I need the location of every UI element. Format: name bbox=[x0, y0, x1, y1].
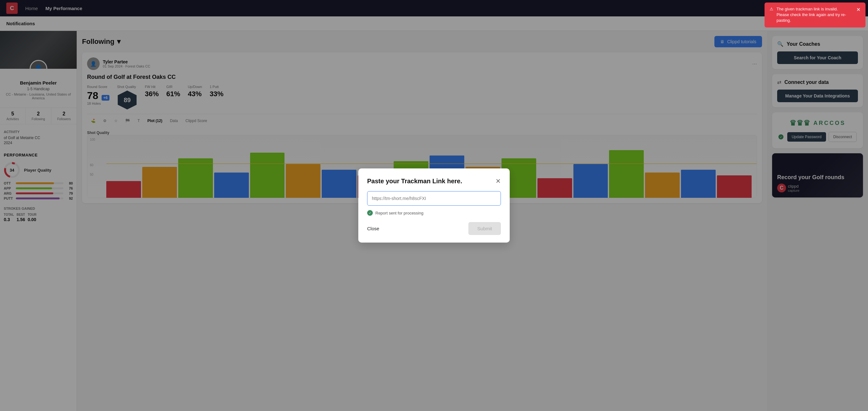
toast-warning-icon: ⚠ bbox=[770, 6, 773, 12]
success-checkmark-icon: ✓ bbox=[367, 210, 373, 216]
modal-success-message: ✓ Report sent for processing bbox=[367, 210, 501, 216]
success-text: Report sent for processing bbox=[375, 211, 423, 215]
modal-overlay: Paste your Trackman Link here. ✕ ✓ Repor… bbox=[0, 0, 868, 411]
trackman-modal: Paste your Trackman Link here. ✕ ✓ Repor… bbox=[358, 168, 510, 243]
trackman-link-input[interactable] bbox=[367, 191, 501, 205]
modal-footer: Close Submit bbox=[367, 222, 501, 235]
modal-close-btn[interactable]: Close bbox=[367, 226, 379, 231]
modal-title: Paste your Trackman Link here. bbox=[367, 178, 462, 185]
toast-message: The given trackman link is invalid. Plea… bbox=[777, 6, 851, 24]
toast-close-btn[interactable]: ✕ bbox=[856, 6, 861, 13]
modal-submit-btn[interactable]: Submit bbox=[468, 222, 501, 235]
modal-header: Paste your Trackman Link here. ✕ bbox=[367, 177, 501, 185]
modal-close-x-btn[interactable]: ✕ bbox=[496, 177, 501, 185]
error-toast: ⚠ The given trackman link is invalid. Pl… bbox=[765, 2, 866, 27]
